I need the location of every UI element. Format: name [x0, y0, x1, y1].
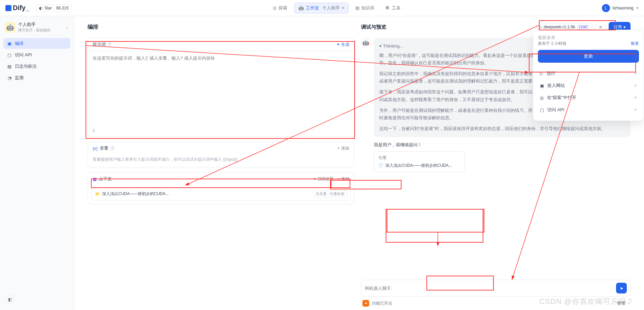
- publish-run[interactable]: ▷运行↗: [538, 67, 639, 80]
- citation-file-name: 深入浅出CUDA——很初步的CUDA...: [385, 163, 452, 168]
- sidebar-item-orchestrate[interactable]: ▣编排: [3, 38, 70, 49]
- sliders-icon: ≡: [599, 25, 602, 30]
- external-icon: ↗: [634, 107, 637, 112]
- app-switcher[interactable]: 🤖 个人助手 聊天助手 基础编排 ⌄: [3, 20, 70, 34]
- manage-link[interactable]: 管理: [617, 301, 625, 306]
- user-name: lizhaoming: [613, 5, 634, 10]
- terminal-icon: ▢: [7, 53, 12, 58]
- nav-explore[interactable]: ◎探索: [269, 3, 291, 13]
- app-icon: 🤖: [5, 22, 15, 33]
- context-file-name: 深入浅出CUDA——很初步的CUDA...: [102, 191, 169, 197]
- model-badge: CHAT: [577, 25, 589, 29]
- app-tag-mode: 基础编排: [36, 28, 51, 33]
- layout-icon: ▣: [7, 41, 12, 46]
- sidebar: 🤖 个人助手 聊天助手 基础编排 ⌄ ▣编排 ▢访问 API ▤日志与标注 ◔监…: [0, 16, 74, 310]
- toggle-sidebar-button[interactable]: ◧: [6, 295, 14, 303]
- prompt-textarea[interactable]: [88, 51, 354, 125]
- brand-logo[interactable]: Dify_: [5, 4, 29, 12]
- preview-column: 调试与预览 ⌂ deepseek-r1:1.5b CHAT ≡ 发布▾ 最新发布…: [361, 16, 644, 310]
- compass-icon: ◎: [273, 5, 277, 10]
- sliders-icon: ≡: [314, 177, 316, 181]
- citation-file[interactable]: 📄 深入浅出CUDA——很初步的CUDA...: [378, 163, 460, 168]
- feature-bar: ✦ 功能已开启 管理 ›: [361, 297, 631, 310]
- chevron-right-icon: ›: [628, 301, 629, 306]
- list-icon: ▤: [7, 64, 12, 69]
- chevron-down-icon: ▾: [623, 25, 626, 30]
- add-context-button[interactable]: + 添加: [337, 176, 349, 182]
- help-icon[interactable]: ?: [110, 146, 115, 151]
- sidebar-item-monitor[interactable]: ◔监测: [3, 72, 70, 83]
- logo-mark-icon: [5, 5, 11, 11]
- github-star-button[interactable]: ◐ Star 66,315: [36, 4, 72, 12]
- recall-settings-button[interactable]: ≡召回设置: [314, 176, 333, 182]
- prompt-title: 提示词: [93, 41, 106, 48]
- sidebar-item-api[interactable]: ▢访问 API: [3, 50, 70, 60]
- context-file-row[interactable]: 📁 深入浅出CUDA——很初步的CUDA... 高质量 · 向量检索: [91, 187, 351, 200]
- wrench-icon: 🛠: [385, 5, 390, 10]
- github-icon: ◐: [39, 6, 42, 10]
- variables-title: 变量: [100, 145, 108, 151]
- folder-icon: 📁: [95, 192, 100, 196]
- sidebar-item-logs[interactable]: ▤日志与标注: [3, 61, 70, 72]
- gauge-icon: ◔: [7, 75, 12, 81]
- help-icon[interactable]: ?: [107, 42, 112, 47]
- nav-knowledge[interactable]: ▤知识库: [351, 3, 379, 13]
- thought-para: 总结一下，当被问到“你是谁”时，我应该保持开放和友好的态度，回应他们的身份，并引…: [379, 125, 625, 132]
- chat-input[interactable]: [365, 286, 613, 291]
- user-menu[interactable]: L lizhaoming ▾: [602, 4, 639, 12]
- chevron-down-icon: ▾: [342, 5, 344, 10]
- publish-time: 发布于 2 小时前: [538, 41, 567, 46]
- assistant-reply: 我是用户，请继续提问！: [361, 142, 631, 148]
- restore-button[interactable]: 恢复: [631, 41, 639, 46]
- chevron-down-icon: ▾: [636, 5, 639, 10]
- orchestrate-column: 编排 提示词 ? ✦生成 0 {x} 变量: [74, 16, 361, 310]
- context-file-tags: 高质量 · 向量检索: [313, 190, 347, 197]
- page-title: 编排: [88, 24, 98, 31]
- braces-icon: {x}: [93, 146, 98, 151]
- model-icon: ⌂: [539, 25, 542, 29]
- citation-box: 引用 📄 深入浅出CUDA——很初步的CUDA...: [374, 151, 465, 172]
- variables-desc: 变量能使用户输入表单引入提示词或开场白，你可以试试在提示词中输入 {{input…: [88, 155, 354, 167]
- github-star-count: 66,315: [56, 6, 69, 10]
- robot-icon: 🤖: [298, 5, 304, 10]
- send-button[interactable]: ➤: [616, 283, 627, 293]
- char-counter: 0: [93, 128, 95, 133]
- nav-studio[interactable]: 🤖工作室个人助手 ▾: [294, 3, 349, 13]
- feature-status: 功能已开启: [372, 301, 392, 306]
- nav-tools[interactable]: 🛠工具: [381, 3, 405, 13]
- app-tag-type: 聊天助手: [18, 28, 33, 33]
- chevron-down-icon: ⌄: [65, 25, 69, 30]
- compass-icon: ◎: [540, 95, 544, 100]
- prompt-panel: 提示词 ? ✦生成 0: [88, 38, 354, 137]
- publish-embed[interactable]: ▣嵌入网站↗: [538, 80, 639, 92]
- publish-open-explore[interactable]: ◎在“探索”中打开↗: [538, 92, 639, 104]
- publish-api[interactable]: ▢访问 API↗: [538, 104, 639, 116]
- file-icon: 📄: [378, 163, 383, 168]
- context-panel: ▦ 上下文 ≡召回设置 + 添加 📁 深入浅出CUDA——很初步的CUDA...…: [88, 172, 354, 204]
- external-icon: ↗: [634, 83, 637, 88]
- brand-name: Dify_: [13, 4, 29, 12]
- github-star-label: Star: [44, 6, 52, 10]
- chevron-down-icon: ▾: [379, 42, 382, 50]
- publish-latest-label: 最新发布: [538, 35, 639, 41]
- model-name: deepseek-r1:1.5b: [544, 25, 575, 29]
- main-layout: 🤖 个人助手 聊天助手 基础编排 ⌄ ▣编排 ▢访问 API ▤日志与标注 ◔监…: [0, 16, 644, 310]
- citation-label: 引用: [378, 155, 460, 161]
- user-avatar: L: [602, 4, 610, 12]
- preview-title: 调试与预览: [361, 24, 386, 30]
- update-button[interactable]: 更新: [538, 50, 639, 63]
- feature-icon: ✦: [362, 300, 369, 307]
- document-icon: ▦: [93, 177, 97, 182]
- sparkle-icon: ✦: [336, 42, 340, 47]
- nav-center: ◎探索 🤖工作室个人助手 ▾ ▤知识库 🛠工具: [78, 3, 595, 13]
- context-title: 上下文: [99, 176, 112, 182]
- top-nav: Dify_ ◐ Star 66,315 ◎探索 🤖工作室个人助手 ▾ ▤知识库 …: [0, 0, 644, 16]
- publish-dropdown: 最新发布 发布于 2 小时前 恢复 更新 ▷运行↗ ▣嵌入网站↗ ◎在“探索”中…: [533, 30, 644, 121]
- generate-button[interactable]: ✦生成: [336, 42, 349, 48]
- add-variable-button[interactable]: + 添加: [337, 146, 349, 151]
- code-icon: ▢: [540, 107, 544, 113]
- window-icon: ▣: [540, 83, 544, 88]
- content: 编排 提示词 ? ✦生成 0 {x} 变量: [74, 16, 644, 310]
- external-icon: ↗: [634, 95, 637, 100]
- send-icon: ➤: [620, 286, 623, 291]
